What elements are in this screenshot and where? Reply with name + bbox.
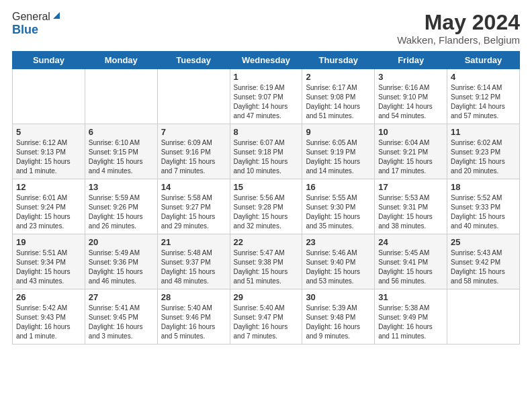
daylight-text: Daylight: 15 hours and 48 minutes. <box>161 267 226 286</box>
cell-info: Sunrise: 6:09 AMSunset: 9:16 PMDaylight:… <box>161 138 226 176</box>
cell-info: Sunrise: 6:04 AMSunset: 9:21 PMDaylight:… <box>378 138 443 176</box>
daylight-text: Daylight: 16 hours and 9 minutes. <box>306 322 371 341</box>
day-number: 22 <box>234 237 299 247</box>
sunrise-text: Sunrise: 5:49 AM <box>89 248 154 258</box>
day-number: 15 <box>234 182 299 192</box>
cell-info: Sunrise: 5:45 AMSunset: 9:41 PMDaylight:… <box>378 248 443 286</box>
sunset-text: Sunset: 9:21 PM <box>378 148 443 157</box>
calendar-table: SundayMondayTuesdayWednesdayThursdayFrid… <box>12 51 520 345</box>
cell-info: Sunrise: 6:19 AMSunset: 9:07 PMDaylight:… <box>234 83 299 121</box>
sunrise-text: Sunrise: 6:07 AM <box>234 138 299 148</box>
day-number: 8 <box>234 127 299 137</box>
cell-info: Sunrise: 5:39 AMSunset: 9:48 PMDaylight:… <box>306 304 371 341</box>
cell-info: Sunrise: 5:52 AMSunset: 9:33 PMDaylight:… <box>451 193 516 231</box>
day-number: 30 <box>306 292 371 302</box>
daylight-text: Daylight: 15 hours and 14 minutes. <box>306 157 371 176</box>
day-number: 31 <box>378 292 443 302</box>
cell-info: Sunrise: 5:46 AMSunset: 9:40 PMDaylight:… <box>306 248 371 286</box>
daylight-text: Daylight: 15 hours and 40 minutes. <box>451 212 516 231</box>
calendar-cell: 2Sunrise: 6:17 AMSunset: 9:08 PMDaylight… <box>302 69 375 124</box>
sunset-text: Sunset: 9:45 PM <box>89 313 154 322</box>
cell-info: Sunrise: 6:14 AMSunset: 9:12 PMDaylight:… <box>451 83 516 121</box>
day-number: 19 <box>16 237 81 247</box>
day-number: 13 <box>89 182 154 192</box>
cell-info: Sunrise: 6:10 AMSunset: 9:15 PMDaylight:… <box>89 138 154 176</box>
logo-general-text: General <box>12 11 50 23</box>
sunset-text: Sunset: 9:12 PM <box>451 93 516 102</box>
sunrise-text: Sunrise: 5:56 AM <box>234 193 299 203</box>
cell-info: Sunrise: 5:40 AMSunset: 9:46 PMDaylight:… <box>161 304 226 341</box>
sunset-text: Sunset: 9:36 PM <box>89 258 154 267</box>
day-number: 3 <box>378 72 443 82</box>
sunrise-text: Sunrise: 5:45 AM <box>378 248 443 258</box>
day-number: 7 <box>161 127 226 137</box>
calendar-cell: 13Sunrise: 5:59 AMSunset: 9:26 PMDayligh… <box>85 179 157 234</box>
calendar-cell: 11Sunrise: 6:02 AMSunset: 9:23 PMDayligh… <box>447 124 520 179</box>
daylight-text: Daylight: 16 hours and 5 minutes. <box>161 322 226 341</box>
sunset-text: Sunset: 9:10 PM <box>378 93 443 102</box>
cell-info: Sunrise: 5:56 AMSunset: 9:28 PMDaylight:… <box>234 193 299 231</box>
day-number: 27 <box>89 292 154 302</box>
sunset-text: Sunset: 9:37 PM <box>161 258 226 267</box>
cell-info: Sunrise: 6:16 AMSunset: 9:10 PMDaylight:… <box>378 83 443 121</box>
daylight-text: Daylight: 16 hours and 1 minute. <box>16 322 81 341</box>
sunset-text: Sunset: 9:15 PM <box>89 148 154 157</box>
day-number: 20 <box>89 237 154 247</box>
sunrise-text: Sunrise: 5:43 AM <box>451 248 516 258</box>
calendar-cell: 10Sunrise: 6:04 AMSunset: 9:21 PMDayligh… <box>375 124 447 179</box>
sunset-text: Sunset: 9:31 PM <box>378 203 443 212</box>
sunrise-text: Sunrise: 5:47 AM <box>234 248 299 258</box>
daylight-text: Daylight: 15 hours and 58 minutes. <box>451 267 516 286</box>
day-number: 28 <box>161 292 226 302</box>
sunrise-text: Sunrise: 6:16 AM <box>378 83 443 93</box>
cell-info: Sunrise: 6:12 AMSunset: 9:13 PMDaylight:… <box>16 138 81 176</box>
sunset-text: Sunset: 9:19 PM <box>306 148 371 157</box>
day-number: 9 <box>306 127 371 137</box>
sunset-text: Sunset: 9:07 PM <box>234 93 299 102</box>
calendar-cell: 6Sunrise: 6:10 AMSunset: 9:15 PMDaylight… <box>85 124 157 179</box>
col-header-sunday: Sunday <box>13 52 85 69</box>
calendar-cell: 18Sunrise: 5:52 AMSunset: 9:33 PMDayligh… <box>447 179 520 234</box>
sunrise-text: Sunrise: 6:01 AM <box>16 193 81 203</box>
daylight-text: Daylight: 15 hours and 38 minutes. <box>378 212 443 231</box>
daylight-text: Daylight: 14 hours and 51 minutes. <box>306 102 371 121</box>
day-number: 17 <box>378 182 443 192</box>
sunrise-text: Sunrise: 6:19 AM <box>234 83 299 93</box>
day-number: 2 <box>306 72 371 82</box>
sunset-text: Sunset: 9:38 PM <box>234 258 299 267</box>
calendar-cell: 4Sunrise: 6:14 AMSunset: 9:12 PMDaylight… <box>447 69 520 124</box>
daylight-text: Daylight: 15 hours and 51 minutes. <box>234 267 299 286</box>
sunrise-text: Sunrise: 5:59 AM <box>89 193 154 203</box>
day-number: 5 <box>16 127 81 137</box>
calendar-week-3: 12Sunrise: 6:01 AMSunset: 9:24 PMDayligh… <box>13 179 520 234</box>
cell-info: Sunrise: 6:01 AMSunset: 9:24 PMDaylight:… <box>16 193 81 231</box>
col-header-tuesday: Tuesday <box>157 52 230 69</box>
daylight-text: Daylight: 16 hours and 7 minutes. <box>234 322 299 341</box>
calendar-cell: 1Sunrise: 6:19 AMSunset: 9:07 PMDaylight… <box>230 69 302 124</box>
cell-info: Sunrise: 5:53 AMSunset: 9:31 PMDaylight:… <box>378 193 443 231</box>
cell-info: Sunrise: 5:40 AMSunset: 9:47 PMDaylight:… <box>234 304 299 341</box>
calendar-cell: 25Sunrise: 5:43 AMSunset: 9:42 PMDayligh… <box>447 234 520 289</box>
calendar-page: General Blue May 2024 Wakken, Flanders, … <box>0 0 532 411</box>
cell-info: Sunrise: 5:47 AMSunset: 9:38 PMDaylight:… <box>234 248 299 286</box>
daylight-text: Daylight: 15 hours and 32 minutes. <box>234 212 299 231</box>
day-number: 11 <box>451 127 516 137</box>
cell-info: Sunrise: 5:59 AMSunset: 9:26 PMDaylight:… <box>89 193 154 231</box>
sunset-text: Sunset: 9:18 PM <box>234 148 299 157</box>
day-number: 4 <box>451 72 516 82</box>
calendar-week-5: 26Sunrise: 5:42 AMSunset: 9:43 PMDayligh… <box>13 289 520 345</box>
sunset-text: Sunset: 9:28 PM <box>234 203 299 212</box>
sunrise-text: Sunrise: 6:04 AM <box>378 138 443 148</box>
sunset-text: Sunset: 9:13 PM <box>16 148 81 157</box>
cell-info: Sunrise: 6:07 AMSunset: 9:18 PMDaylight:… <box>234 138 299 176</box>
cell-info: Sunrise: 5:51 AMSunset: 9:34 PMDaylight:… <box>16 248 81 286</box>
sunrise-text: Sunrise: 5:46 AM <box>306 248 371 258</box>
day-number: 26 <box>16 292 81 302</box>
sunset-text: Sunset: 9:46 PM <box>161 313 226 322</box>
sunset-text: Sunset: 9:48 PM <box>306 313 371 322</box>
calendar-week-4: 19Sunrise: 5:51 AMSunset: 9:34 PMDayligh… <box>13 234 520 289</box>
daylight-text: Daylight: 15 hours and 46 minutes. <box>89 267 154 286</box>
cell-info: Sunrise: 6:05 AMSunset: 9:19 PMDaylight:… <box>306 138 371 176</box>
daylight-text: Daylight: 15 hours and 7 minutes. <box>161 157 226 176</box>
calendar-cell: 3Sunrise: 6:16 AMSunset: 9:10 PMDaylight… <box>375 69 447 124</box>
